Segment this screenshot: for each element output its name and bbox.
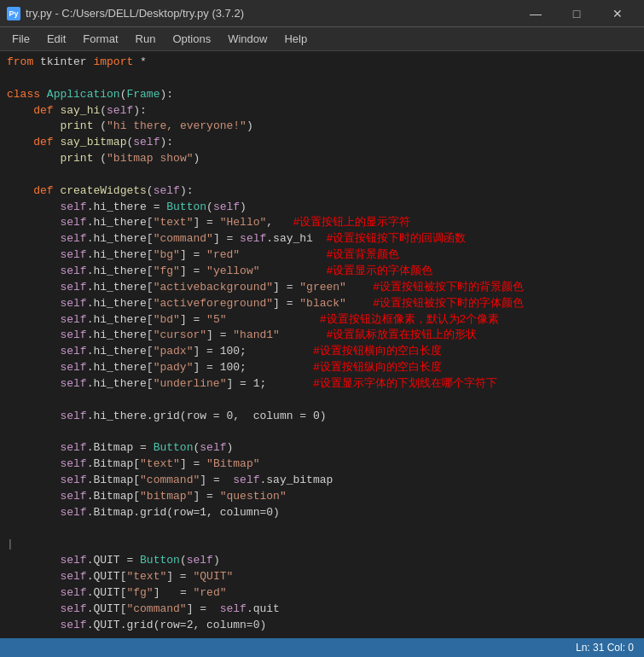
menu-run[interactable]: Run [127,27,165,50]
menu-edit[interactable]: Edit [38,27,74,50]
menu-window[interactable]: Window [219,27,276,50]
app-icon: Py [7,7,20,20]
maximize-button[interactable]: □ [557,0,596,27]
status-bar: Ln: 31 Col: 0 [0,638,644,657]
menu-file[interactable]: File [3,27,38,50]
code-editor[interactable]: from tkinter import * class Application(… [0,51,644,638]
menu-help[interactable]: Help [276,27,316,50]
close-button[interactable]: ✕ [598,0,637,27]
window-title: try.py - C:/Users/DELL/Desktop/try.py (3… [26,7,244,20]
menu-format[interactable]: Format [74,27,126,50]
window-controls: — □ ✕ [516,0,637,27]
menu-bar: File Edit Format Run Options Window Help [0,27,644,51]
title-bar: Py try.py - C:/Users/DELL/Desktop/try.py… [0,0,644,27]
minimize-button[interactable]: — [516,0,555,27]
code-text: from tkinter import * class Application(… [0,51,644,638]
status-text: Ln: 31 Col: 0 [576,642,634,654]
title-left: Py try.py - C:/Users/DELL/Desktop/try.py… [7,7,244,20]
menu-options[interactable]: Options [164,27,219,50]
